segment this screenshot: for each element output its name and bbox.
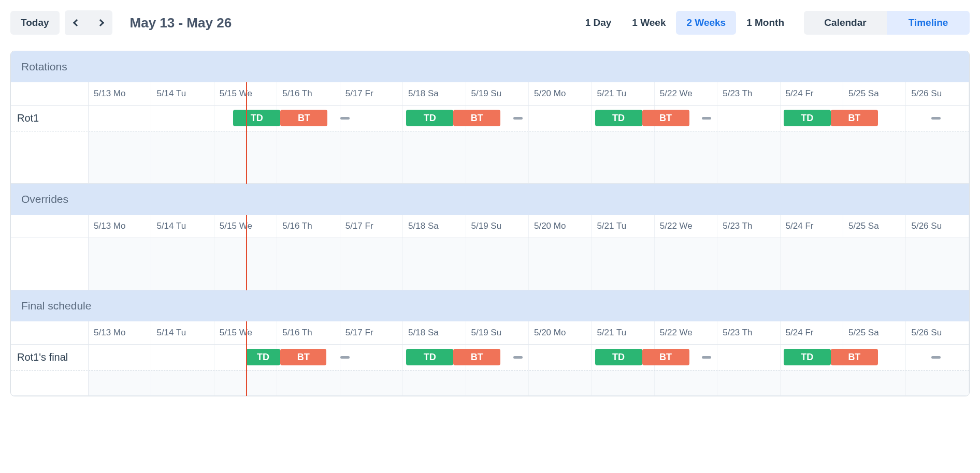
day-header: 5/16 Th [277,321,340,344]
shift-bt[interactable]: BT [831,349,878,365]
day-cell[interactable] [781,238,843,290]
schedule-row: Rot1TDBTTDBTTDBTTDBT [11,106,969,131]
day-cell[interactable] [717,106,780,131]
day-cell[interactable] [403,371,466,395]
day-cell[interactable] [906,106,969,131]
shift-td[interactable]: TD [246,349,281,365]
shift-bt[interactable]: BT [453,110,500,126]
date-header-row: 5/13 Mo5/14 Tu5/15 We5/16 Th5/17 Fr5/18 … [11,82,969,106]
day-cell[interactable] [151,345,214,370]
day-cell[interactable] [151,131,214,183]
day-cell[interactable] [89,345,151,370]
day-cell[interactable] [717,238,780,290]
day-cell[interactable] [717,131,780,183]
day-cell[interactable] [277,131,340,183]
day-cell[interactable] [529,371,592,395]
day-cell[interactable] [655,371,717,395]
day-cell[interactable] [592,371,654,395]
shift-bt[interactable]: BT [831,110,878,126]
header-label-cell [11,215,89,238]
day-cell[interactable] [403,131,466,183]
range-option-1-week[interactable]: 1 Week [622,11,676,35]
shift-td[interactable]: TD [406,349,453,365]
shift-td[interactable]: TD [595,110,642,126]
date-range-label: May 13 - May 26 [130,15,232,31]
day-cell[interactable] [403,238,466,290]
day-cell[interactable] [906,238,969,290]
view-option-calendar[interactable]: Calendar [804,11,887,35]
day-header: 5/16 Th [277,215,340,238]
nav-button-group [65,10,112,35]
day-cell[interactable] [843,131,906,183]
day-header: 5/15 We [214,321,277,344]
day-cell[interactable] [340,106,403,131]
day-cell[interactable] [89,106,151,131]
day-header: 5/20 Mo [529,321,592,344]
shift-bt[interactable]: BT [280,349,326,365]
day-cell[interactable] [906,345,969,370]
shift-bt[interactable]: BT [642,110,689,126]
day-cell[interactable] [781,131,843,183]
chevron-right-icon [96,19,104,26]
prev-button[interactable] [65,10,89,35]
day-cell[interactable] [277,238,340,290]
toolbar: Today May 13 - May 26 1 Day1 Week2 Weeks… [10,10,970,35]
day-header: 5/21 Tu [592,215,654,238]
day-header: 5/15 We [214,82,277,105]
day-cell[interactable] [214,371,277,395]
day-header: 5/20 Mo [529,82,592,105]
day-header: 5/18 Sa [403,82,466,105]
shift-bt[interactable]: BT [280,110,327,126]
day-cell[interactable] [906,371,969,395]
day-cell[interactable] [151,106,214,131]
day-cell[interactable] [655,238,717,290]
day-cell[interactable] [466,371,529,395]
day-cell[interactable] [843,371,906,395]
day-cell[interactable] [89,238,151,290]
day-header: 5/24 Fr [781,215,843,238]
today-button[interactable]: Today [10,11,60,35]
next-button[interactable] [89,10,112,35]
range-option-2-weeks[interactable]: 2 Weeks [676,11,736,35]
day-cell[interactable] [717,345,780,370]
day-cell[interactable] [214,131,277,183]
shift-td[interactable]: TD [595,349,642,365]
day-cell[interactable] [89,131,151,183]
day-header: 5/25 Sa [843,321,906,344]
day-cell[interactable] [89,371,151,395]
blank-row [11,131,969,184]
day-cell[interactable] [655,131,717,183]
day-cell[interactable] [466,238,529,290]
day-cell[interactable] [340,131,403,183]
day-cell[interactable] [781,371,843,395]
day-cell[interactable] [466,131,529,183]
day-cell[interactable] [151,371,214,395]
day-cell[interactable] [340,371,403,395]
day-cell[interactable] [277,371,340,395]
shift-td[interactable]: TD [784,110,831,126]
view-option-timeline[interactable]: Timeline [887,11,970,35]
blank-row [11,238,969,290]
day-cell[interactable] [717,371,780,395]
shift-td[interactable]: TD [233,110,280,126]
day-cell[interactable] [906,131,969,183]
day-cell[interactable] [529,238,592,290]
day-cell[interactable] [529,131,592,183]
shift-td[interactable]: TD [784,349,831,365]
day-cell[interactable] [529,345,592,370]
day-cell[interactable] [529,106,592,131]
range-option-1-month[interactable]: 1 Month [736,11,795,35]
shift-td[interactable]: TD [406,110,453,126]
day-cell[interactable] [592,131,654,183]
day-cell[interactable] [340,345,403,370]
day-cell[interactable] [843,238,906,290]
day-header: 5/15 We [214,215,277,238]
range-option-1-day[interactable]: 1 Day [575,11,622,35]
shift-bt[interactable]: BT [453,349,500,365]
day-cell[interactable] [340,238,403,290]
day-cell[interactable] [592,238,654,290]
day-header: 5/23 Th [717,321,780,344]
day-cell[interactable] [214,238,277,290]
shift-bt[interactable]: BT [642,349,689,365]
day-cell[interactable] [151,238,214,290]
